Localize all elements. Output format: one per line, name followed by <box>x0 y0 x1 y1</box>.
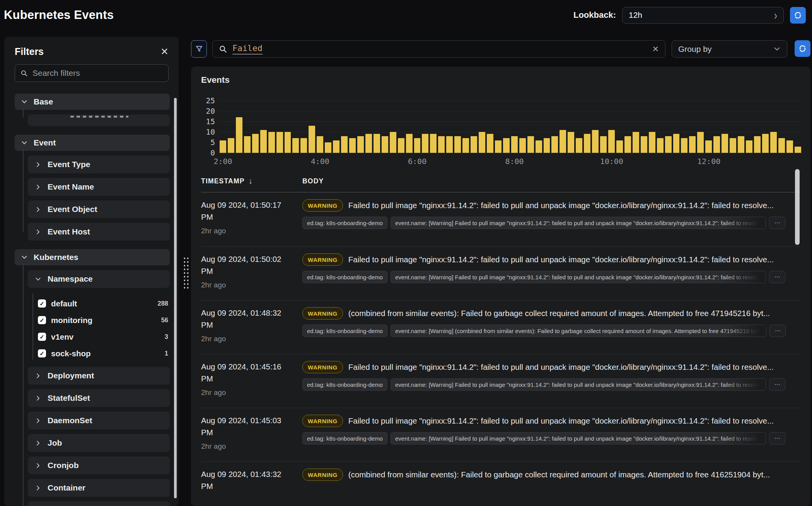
checkbox-checked-icon[interactable]: ✓ <box>38 333 46 341</box>
search-filters-input[interactable] <box>32 68 163 78</box>
histogram-bar[interactable] <box>681 138 687 153</box>
overflow-chip[interactable]: ⋯ <box>769 378 785 391</box>
section-header-base[interactable]: Base <box>15 94 170 110</box>
histogram-bar[interactable] <box>551 136 558 153</box>
filter-item-event-host[interactable]: Event Host <box>28 223 170 241</box>
section-header-kubernetes[interactable]: Kubernetes <box>15 249 170 265</box>
histogram-bar[interactable] <box>309 126 315 153</box>
overflow-chip[interactable]: ⋯ <box>769 217 785 229</box>
histogram-bar[interactable] <box>576 138 582 153</box>
histogram-bar[interactable] <box>754 136 761 153</box>
filter-item-daemonset[interactable]: DaemonSet <box>28 412 170 429</box>
histogram-bar[interactable] <box>357 136 364 153</box>
histogram-bar[interactable] <box>641 136 647 153</box>
histogram-bar[interactable] <box>292 138 299 153</box>
event-row[interactable]: Aug 09 2024, 01:45:16 PM 2hr ago WARNING… <box>201 354 800 408</box>
events-scrollbar[interactable] <box>795 169 800 245</box>
histogram-bar[interactable] <box>236 117 242 153</box>
group-by-select[interactable]: Group by <box>672 40 787 58</box>
refresh-button[interactable] <box>795 40 810 57</box>
histogram-bar[interactable] <box>624 136 631 153</box>
histogram-bar[interactable] <box>697 132 704 153</box>
histogram-bar[interactable] <box>398 138 404 153</box>
event-row[interactable]: Aug 09 2024, 01:43:32 PM WARNING (combin… <box>201 462 800 506</box>
histogram-bar[interactable] <box>778 138 785 153</box>
histogram-bar[interactable] <box>422 134 428 153</box>
histogram-bar[interactable] <box>527 136 534 153</box>
histogram-bar[interactable] <box>430 134 437 153</box>
histogram-bar[interactable] <box>374 134 380 153</box>
tag-chip[interactable]: ed.tag: k8s-onboarding-demo <box>302 271 387 283</box>
histogram-bar[interactable] <box>446 136 453 153</box>
tag-chip[interactable]: ed.tag: k8s-onboarding-demo <box>302 432 387 444</box>
filter-item-event-object[interactable]: Event Object <box>28 200 170 218</box>
histogram-bar[interactable] <box>511 136 518 153</box>
histogram-bar[interactable] <box>544 138 550 153</box>
clear-search-icon[interactable]: ✕ <box>652 44 659 54</box>
event-search-bar[interactable]: Failed ✕ <box>212 40 665 58</box>
histogram-bar[interactable] <box>673 134 680 153</box>
refresh-button[interactable] <box>790 7 806 24</box>
histogram-bar[interactable] <box>746 140 752 153</box>
overflow-chip[interactable]: ⋯ <box>769 271 785 283</box>
filter-item-event-type[interactable]: Event Type <box>28 156 170 173</box>
histogram-bar[interactable] <box>228 138 234 153</box>
column-header-timestamp[interactable]: TIMESTAMP ↓ <box>201 176 302 186</box>
histogram-bar[interactable] <box>268 132 275 153</box>
histogram-bar[interactable] <box>471 136 477 153</box>
histogram-bar[interactable] <box>770 132 777 153</box>
histogram-bar[interactable] <box>462 138 469 153</box>
tag-chip[interactable]: ed.tag: k8s-onboarding-demo <box>302 325 387 337</box>
filter-toggle-button[interactable] <box>191 40 207 58</box>
close-icon[interactable]: ✕ <box>160 47 169 56</box>
histogram-bar[interactable] <box>325 142 331 153</box>
histogram-bar[interactable] <box>252 134 259 153</box>
checkbox-checked-icon[interactable]: ✓ <box>38 316 46 324</box>
histogram-bar[interactable] <box>285 132 291 153</box>
histogram-bar[interactable] <box>341 136 348 153</box>
checkbox-row-sock-shop[interactable]: ✓ sock-shop 1 <box>38 346 170 361</box>
event-name-chip[interactable]: event.name: [Warning] Failed to pull ima… <box>391 271 766 283</box>
histogram-bar[interactable] <box>722 134 728 153</box>
histogram-bar[interactable] <box>487 134 493 153</box>
histogram-bar[interactable] <box>454 136 461 153</box>
tag-chip[interactable]: ed.tag: k8s-onboarding-demo <box>302 378 387 391</box>
histogram-bar[interactable] <box>689 136 696 153</box>
histogram-bar[interactable] <box>276 132 283 153</box>
histogram-bar[interactable] <box>519 138 526 153</box>
histogram-bar[interactable] <box>349 138 356 153</box>
histogram-bar[interactable] <box>738 136 744 153</box>
filter-item-job[interactable]: Job <box>28 434 170 452</box>
histogram-bar[interactable] <box>317 136 323 153</box>
histogram-bar[interactable] <box>503 138 510 153</box>
histogram-bar[interactable] <box>762 134 769 153</box>
event-row[interactable]: Aug 09 2024, 01:48:32 PM 2hr ago WARNING… <box>201 300 800 354</box>
histogram-bar[interactable] <box>333 140 339 153</box>
tag-chip[interactable]: ed.tag: k8s-onboarding-demo <box>302 217 387 229</box>
histogram-bar[interactable] <box>705 140 712 153</box>
checkbox-row-default[interactable]: ✓ default 288 <box>38 296 170 311</box>
lookback-select[interactable]: 12h › <box>622 7 784 24</box>
checkbox-row-monitoring[interactable]: ✓ monitoring 56 <box>38 313 170 327</box>
histogram-bar[interactable] <box>495 140 502 153</box>
histogram-bar[interactable] <box>786 140 793 153</box>
filter-item-deployment[interactable]: Deployment <box>28 367 170 385</box>
histogram-bar[interactable] <box>300 138 307 153</box>
histogram-bar[interactable] <box>382 136 388 153</box>
histogram-bar[interactable] <box>390 132 396 153</box>
histogram-bar[interactable] <box>220 140 226 153</box>
event-row[interactable]: Aug 09 2024, 01:50:17 PM 2hr ago WARNING… <box>201 193 800 246</box>
sidebar-scrollbar[interactable] <box>174 98 177 498</box>
histogram-bar[interactable] <box>584 134 590 153</box>
histogram-bar[interactable] <box>406 134 413 153</box>
histogram-bar[interactable] <box>260 130 267 153</box>
section-header-event[interactable]: Event <box>15 135 170 151</box>
event-name-chip[interactable]: event.name: [Warning] Failed to pull ima… <box>391 378 766 391</box>
histogram-bar[interactable] <box>365 134 372 153</box>
histogram-bar[interactable] <box>665 136 672 153</box>
checkbox-row-v1env[interactable]: ✓ v1env 3 <box>38 330 170 344</box>
histogram-bar[interactable] <box>713 136 720 153</box>
filter-item-cronjob[interactable]: Cronjob <box>28 456 170 474</box>
filter-item-event-name[interactable]: Event Name <box>28 178 170 196</box>
search-query-text[interactable]: Failed <box>232 43 263 55</box>
